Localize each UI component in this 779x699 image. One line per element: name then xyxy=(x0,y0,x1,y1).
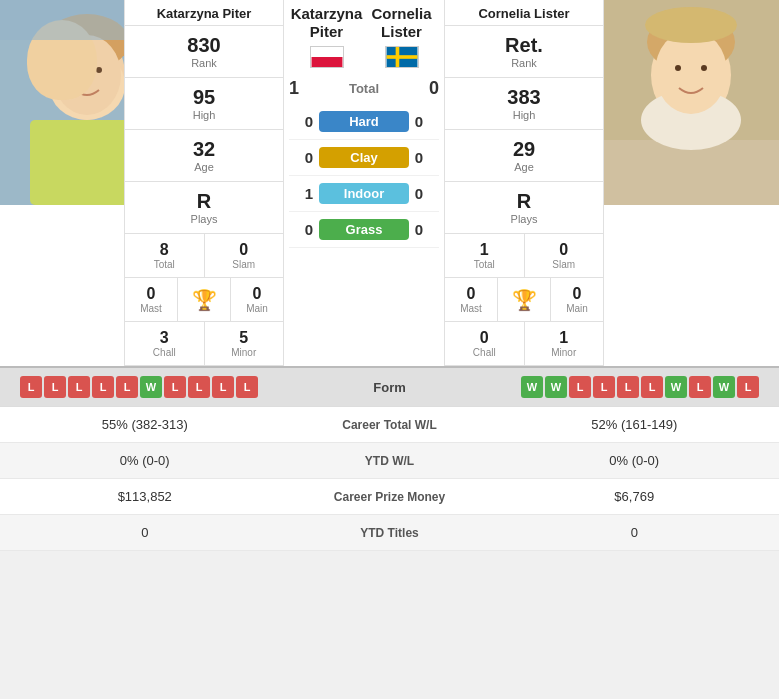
left-plays-value: R xyxy=(129,190,279,213)
left-age: 32 Age xyxy=(125,130,283,182)
stats-center-label: YTD W/L xyxy=(290,454,490,468)
right-high: 383 High xyxy=(445,78,603,130)
left-slam-cell: 0 Slam xyxy=(205,234,284,277)
left-main-value: 0 xyxy=(233,285,281,303)
form-badge-left: L xyxy=(68,376,90,398)
center-column: Katarzyna Piter Cornelia Lister xyxy=(284,0,444,366)
hard-badge: Hard xyxy=(319,111,409,132)
stats-right-value: 52% (161-149) xyxy=(490,417,780,432)
right-main-label: Main xyxy=(553,303,601,314)
left-chall-label: Chall xyxy=(127,347,202,358)
right-minor-cell: 1 Minor xyxy=(525,322,604,365)
left-center-name: Katarzyna Piter xyxy=(289,5,364,41)
right-rank-label: Rank xyxy=(449,57,599,69)
grass-right-score: 0 xyxy=(409,221,429,238)
form-badge-left: L xyxy=(236,376,258,398)
clay-right-score: 0 xyxy=(409,149,429,166)
left-main-cell: 0 Main xyxy=(230,278,283,321)
right-total-slam-row: 1 Total 0 Slam xyxy=(445,234,603,278)
left-age-value: 32 xyxy=(129,138,279,161)
svg-rect-12 xyxy=(386,55,417,59)
grass-left-score: 0 xyxy=(299,221,319,238)
right-high-value: 383 xyxy=(449,86,599,109)
left-plays-label: Plays xyxy=(129,213,279,225)
form-badge-left: L xyxy=(20,376,42,398)
form-badge-right: L xyxy=(593,376,615,398)
right-total-cell: 1 Total xyxy=(445,234,525,277)
left-plays: R Plays xyxy=(125,182,283,234)
form-badge-right: L xyxy=(617,376,639,398)
left-player-stats: Katarzyna Piter 830 Rank 95 High 32 Age … xyxy=(124,0,284,366)
indoor-left-score: 1 xyxy=(299,185,319,202)
left-chall-cell: 3 Chall xyxy=(125,322,205,365)
right-rank-value: Ret. xyxy=(449,34,599,57)
left-mast-cell: 0 Mast xyxy=(125,278,178,321)
right-high-label: High xyxy=(449,109,599,121)
stats-center-label: YTD Titles xyxy=(290,526,490,540)
form-badge-left: L xyxy=(164,376,186,398)
form-badge-left: L xyxy=(44,376,66,398)
hard-left-score: 0 xyxy=(299,113,319,130)
left-total-score: 1 xyxy=(289,78,299,99)
right-flag xyxy=(385,46,419,68)
left-minor-value: 5 xyxy=(207,329,282,347)
surface-grass: 0 Grass 0 xyxy=(289,212,439,248)
right-minor-label: Minor xyxy=(527,347,602,358)
surface-hard: 0 Hard 0 xyxy=(289,104,439,140)
total-label: Total xyxy=(349,81,379,96)
left-high: 95 High xyxy=(125,78,283,130)
form-badge-right: W xyxy=(545,376,567,398)
stats-row: 0 YTD Titles 0 xyxy=(0,515,779,551)
right-slam-label: Slam xyxy=(527,259,602,270)
svg-point-19 xyxy=(675,65,681,71)
right-main-cell: 0 Main xyxy=(550,278,603,321)
form-badge-right: L xyxy=(641,376,663,398)
svg-point-20 xyxy=(701,65,707,71)
right-chall-label: Chall xyxy=(447,347,522,358)
surface-clay: 0 Clay 0 xyxy=(289,140,439,176)
left-player-name: Katarzyna Piter xyxy=(125,0,283,26)
clay-badge: Clay xyxy=(319,147,409,168)
left-flag xyxy=(310,46,344,68)
right-plays-label: Plays xyxy=(449,213,599,225)
form-badge-right: W xyxy=(521,376,543,398)
indoor-right-score: 0 xyxy=(409,185,429,202)
right-player-name: Cornelia Lister xyxy=(445,0,603,26)
left-player-photo xyxy=(0,0,124,205)
left-rank-value: 830 xyxy=(129,34,279,57)
stats-left-value: $113,852 xyxy=(0,489,290,504)
left-age-label: Age xyxy=(129,161,279,173)
right-rank: Ret. Rank xyxy=(445,26,603,78)
right-center-name: Cornelia Lister xyxy=(364,5,439,41)
left-high-label: High xyxy=(129,109,279,121)
svg-point-21 xyxy=(645,7,737,43)
left-total-value: 8 xyxy=(127,241,202,259)
form-badge-left: L xyxy=(116,376,138,398)
surface-indoor: 1 Indoor 0 xyxy=(289,176,439,212)
right-trophy-icon: 🏆 xyxy=(498,281,550,319)
stats-left-value: 0 xyxy=(0,525,290,540)
hard-right-score: 0 xyxy=(409,113,429,130)
left-chall-value: 3 xyxy=(127,329,202,347)
form-badge-left: L xyxy=(212,376,234,398)
left-slam-label: Slam xyxy=(207,259,282,270)
right-total-label: Total xyxy=(447,259,522,270)
indoor-badge: Indoor xyxy=(319,183,409,204)
left-total-slam-row: 8 Total 0 Slam xyxy=(125,234,283,278)
left-rank: 830 Rank xyxy=(125,26,283,78)
right-slam-cell: 0 Slam xyxy=(525,234,604,277)
right-age-value: 29 xyxy=(449,138,599,161)
left-minor-cell: 5 Minor xyxy=(205,322,284,365)
right-player-photo xyxy=(604,0,779,366)
form-label-text: Form xyxy=(373,380,406,395)
left-mast-row: 0 Mast 🏆 0 Main xyxy=(125,278,283,322)
right-total-value: 1 xyxy=(447,241,522,259)
stats-left-value: 0% (0-0) xyxy=(0,453,290,468)
right-mast-row: 0 Mast 🏆 0 Main xyxy=(445,278,603,322)
stats-right-value: $6,769 xyxy=(490,489,780,504)
right-player-stats: Cornelia Lister Ret. Rank 383 High 29 Ag… xyxy=(444,0,604,366)
stats-right-value: 0% (0-0) xyxy=(490,453,780,468)
left-main-label: Main xyxy=(233,303,281,314)
form-badge-right: L xyxy=(737,376,759,398)
right-slam-value: 0 xyxy=(527,241,602,259)
